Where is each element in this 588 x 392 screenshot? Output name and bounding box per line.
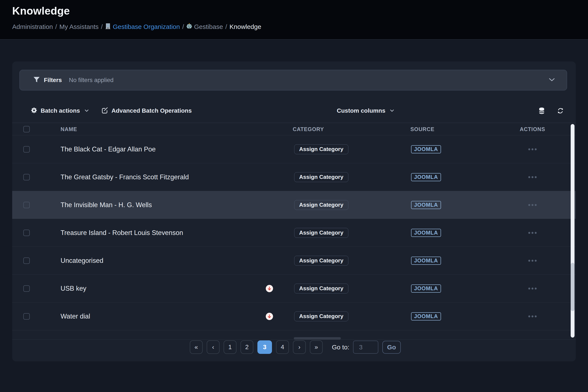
advanced-batch-operations-label: Advanced Batch Operations bbox=[111, 107, 192, 114]
breadcrumb-label: Administration bbox=[12, 23, 53, 30]
chevron-down-icon bbox=[390, 109, 394, 113]
column-header-source: SOURCE bbox=[410, 126, 434, 132]
table-header: NAME CATEGORY SOURCE ACTIONS bbox=[12, 123, 576, 136]
table-row: USB key Assign Category JOOMLA bbox=[12, 274, 576, 302]
pagination-button[interactable]: 2 bbox=[240, 340, 253, 354]
goto-page-input[interactable] bbox=[353, 340, 378, 354]
goto-label: Go to: bbox=[332, 344, 349, 351]
row-checkbox[interactable] bbox=[23, 174, 30, 180]
source-badge: JOOMLA bbox=[411, 201, 441, 209]
download-icon bbox=[266, 285, 273, 292]
filters-status: No filters applied bbox=[69, 77, 114, 84]
content-card: Filters No filters applied Batch actions bbox=[12, 62, 576, 361]
assign-category-button[interactable]: Assign Category bbox=[294, 256, 348, 266]
row-checkbox[interactable] bbox=[23, 230, 30, 236]
row-actions-menu-button[interactable] bbox=[528, 148, 537, 150]
breadcrumb-item[interactable]: Gestibase Organization bbox=[105, 23, 180, 31]
pagination-button[interactable]: » bbox=[310, 340, 323, 354]
edit-square-icon bbox=[101, 107, 108, 114]
row-name: Treasure Island - Robert Louis Stevenson bbox=[61, 229, 183, 237]
breadcrumb-separator: / bbox=[101, 23, 103, 30]
row-name: The Great Gatsby - Francis Scott Fitzger… bbox=[61, 173, 189, 181]
breadcrumb-label: Gestibase bbox=[194, 23, 223, 30]
breadcrumb-label: Gestibase Organization bbox=[113, 23, 180, 30]
row-checkbox[interactable] bbox=[23, 285, 30, 292]
table-row: Treasure Island - Robert Louis Stevenson… bbox=[12, 219, 576, 247]
custom-columns-label: Custom columns bbox=[337, 107, 385, 114]
table-row: The Great Gatsby - Francis Scott Fitzger… bbox=[12, 163, 576, 191]
batch-actions-button[interactable]: Batch actions bbox=[31, 104, 89, 117]
chevron-down-icon[interactable] bbox=[549, 78, 555, 82]
row-name: The Black Cat - Edgar Allan Poe bbox=[61, 146, 156, 153]
row-actions-menu-button[interactable] bbox=[528, 288, 537, 290]
table-row: Uncategorised Assign Category JOOMLA bbox=[12, 247, 576, 274]
horizontal-scrollbar-thumb[interactable] bbox=[294, 337, 341, 340]
assign-category-button[interactable]: Assign Category bbox=[294, 284, 348, 294]
source-badge: JOOMLA bbox=[411, 145, 441, 153]
table-body: The Black Cat - Edgar Allan Poe Assign C… bbox=[12, 136, 576, 330]
column-header-name: NAME bbox=[61, 126, 77, 132]
pagination-button[interactable]: « bbox=[190, 340, 203, 354]
assign-category-button[interactable]: Assign Category bbox=[294, 312, 348, 321]
row-actions-menu-button[interactable] bbox=[528, 260, 537, 262]
assign-category-button[interactable]: Assign Category bbox=[294, 228, 348, 238]
row-checkbox[interactable] bbox=[23, 258, 30, 264]
breadcrumb-separator: / bbox=[225, 23, 227, 30]
pagination-button[interactable]: 1 bbox=[224, 340, 236, 354]
row-checkbox[interactable] bbox=[23, 313, 30, 320]
breadcrumb-label: Knowledge bbox=[229, 23, 261, 30]
table-row: The Invisible Man - H. G. Wells Assign C… bbox=[12, 191, 576, 219]
pagination-button[interactable]: 4 bbox=[276, 340, 289, 354]
filter-funnel-icon bbox=[33, 76, 40, 84]
breadcrumb-item[interactable]: Administration bbox=[12, 23, 53, 30]
row-checkbox[interactable] bbox=[23, 146, 30, 152]
pagination-button[interactable]: ‹ bbox=[207, 340, 219, 354]
go-button[interactable]: Go bbox=[382, 341, 401, 354]
row-actions-menu-button[interactable] bbox=[528, 204, 537, 206]
advanced-batch-operations-button[interactable]: Advanced Batch Operations bbox=[101, 104, 192, 117]
row-actions-menu-button[interactable] bbox=[528, 315, 537, 317]
column-header-actions: ACTIONS bbox=[520, 126, 545, 132]
batch-actions-label: Batch actions bbox=[41, 107, 80, 114]
source-badge: JOOMLA bbox=[411, 256, 441, 265]
building-icon bbox=[105, 23, 111, 31]
breadcrumb-item[interactable]: Gestibase bbox=[186, 23, 223, 30]
refresh-icon[interactable] bbox=[557, 107, 564, 114]
table-row: Water dial Assign Category JOOMLA bbox=[12, 302, 576, 330]
row-name: Water dial bbox=[61, 312, 90, 320]
page-title: Knowledge bbox=[12, 5, 70, 17]
source-badge: JOOMLA bbox=[411, 284, 441, 292]
assign-category-button[interactable]: Assign Category bbox=[294, 172, 348, 182]
custom-columns-button[interactable]: Custom columns bbox=[337, 104, 394, 117]
pagination: «‹1234›» Go to: Go bbox=[190, 340, 401, 354]
assign-category-button[interactable]: Assign Category bbox=[294, 200, 348, 210]
column-header-category: CATEGORY bbox=[293, 126, 324, 132]
gear-icon bbox=[31, 107, 37, 114]
source-badge: JOOMLA bbox=[411, 312, 441, 320]
select-all-checkbox[interactable] bbox=[23, 126, 30, 132]
breadcrumb-item: Knowledge bbox=[229, 23, 261, 30]
breadcrumb-label: My Assistants bbox=[59, 23, 98, 30]
row-name: Uncategorised bbox=[61, 257, 103, 264]
row-actions-menu-button[interactable] bbox=[528, 232, 537, 234]
database-icon[interactable] bbox=[538, 107, 545, 114]
row-actions-menu-button[interactable] bbox=[528, 176, 537, 178]
robot-icon bbox=[186, 23, 192, 30]
filters-bar[interactable]: Filters No filters applied bbox=[19, 70, 567, 90]
pagination-divider bbox=[12, 340, 576, 340]
breadcrumb-separator: / bbox=[182, 23, 184, 30]
breadcrumb-item[interactable]: My Assistants bbox=[59, 23, 98, 30]
source-badge: JOOMLA bbox=[411, 173, 441, 181]
breadcrumb-separator: / bbox=[55, 23, 57, 30]
source-badge: JOOMLA bbox=[411, 229, 441, 237]
assign-category-button[interactable]: Assign Category bbox=[294, 144, 348, 154]
page-header: Knowledge Administration/My Assistants/G… bbox=[0, 0, 588, 40]
vertical-scrollbar-track[interactable] bbox=[571, 124, 575, 338]
pagination-button[interactable]: 3 bbox=[257, 340, 272, 354]
pagination-button[interactable]: › bbox=[293, 340, 306, 354]
row-name: USB key bbox=[61, 285, 86, 292]
row-checkbox[interactable] bbox=[23, 202, 30, 208]
vertical-scrollbar-thumb[interactable] bbox=[571, 263, 575, 311]
row-name: The Invisible Man - H. G. Wells bbox=[61, 201, 152, 209]
filters-label: Filters bbox=[44, 77, 62, 84]
